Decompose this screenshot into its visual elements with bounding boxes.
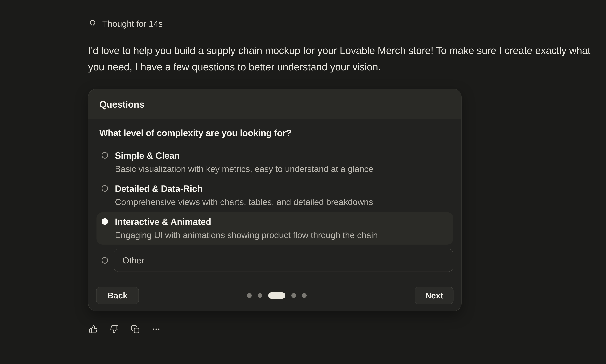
option-label: Interactive & Animated — [115, 215, 378, 228]
option-label: Simple & Clean — [115, 149, 373, 162]
radio-icon[interactable] — [102, 152, 108, 159]
more-options-icon — [152, 325, 161, 334]
option-row-detailed-data-rich[interactable]: Detailed & Data-Rich Comprehensive views… — [96, 179, 453, 211]
assistant-message-block: Thought for 14s I'd love to help you bui… — [88, 19, 600, 334]
radio-icon[interactable] — [102, 257, 108, 264]
thumbs-up-button[interactable] — [89, 325, 98, 334]
radio-icon[interactable] — [102, 185, 108, 192]
pagination-dot — [302, 293, 307, 298]
radio-selected-icon[interactable] — [102, 218, 108, 225]
copy-icon — [131, 325, 140, 334]
thumbs-down-icon — [110, 325, 119, 334]
questions-card-header: Questions — [88, 89, 461, 119]
questions-card: Questions What level of complexity are y… — [88, 89, 461, 311]
option-row-other[interactable] — [96, 249, 453, 272]
option-text: Interactive & Animated Engaging UI with … — [115, 215, 378, 242]
thought-duration-toggle[interactable]: Thought for 14s — [88, 19, 600, 29]
pagination-dot-active — [268, 292, 285, 299]
question-text: What level of complexity are you looking… — [99, 128, 453, 138]
option-description: Basic visualization with key metrics, ea… — [115, 162, 373, 176]
pagination-dots — [247, 292, 307, 299]
more-options-button[interactable] — [152, 325, 161, 334]
pagination-dot — [247, 293, 252, 298]
page: { "colors": { "page_bg": "#1b1b19", "car… — [0, 0, 606, 364]
message-actions-toolbar — [89, 325, 600, 334]
lightbulb-icon — [88, 19, 97, 28]
option-row-simple-clean[interactable]: Simple & Clean Basic visualization with … — [96, 146, 453, 178]
pagination-dot — [258, 293, 262, 298]
option-description: Comprehensive views with charts, tables,… — [115, 195, 373, 209]
thumbs-down-button[interactable] — [110, 325, 119, 334]
option-label: Detailed & Data-Rich — [115, 182, 373, 195]
questions-card-title: Questions — [99, 99, 144, 110]
questions-card-body: What level of complexity are you looking… — [88, 119, 461, 280]
copy-button[interactable] — [131, 325, 140, 334]
questions-card-footer: Back Next — [88, 280, 461, 311]
option-text: Detailed & Data-Rich Comprehensive views… — [115, 182, 373, 209]
options-list: Simple & Clean Basic visualization with … — [96, 146, 453, 272]
assistant-message-text: I'd love to help you build a supply chai… — [88, 42, 600, 75]
next-button[interactable]: Next — [415, 287, 454, 304]
option-row-interactive-animated[interactable]: Interactive & Animated Engaging UI with … — [96, 212, 453, 245]
pagination-dot — [291, 293, 296, 298]
option-text: Simple & Clean Basic visualization with … — [115, 149, 373, 176]
option-description: Engaging UI with animations showing prod… — [115, 228, 378, 242]
thought-duration-label: Thought for 14s — [102, 19, 163, 29]
back-button[interactable]: Back — [96, 287, 139, 304]
thumbs-up-icon — [89, 325, 98, 334]
other-option-input[interactable] — [114, 249, 453, 272]
